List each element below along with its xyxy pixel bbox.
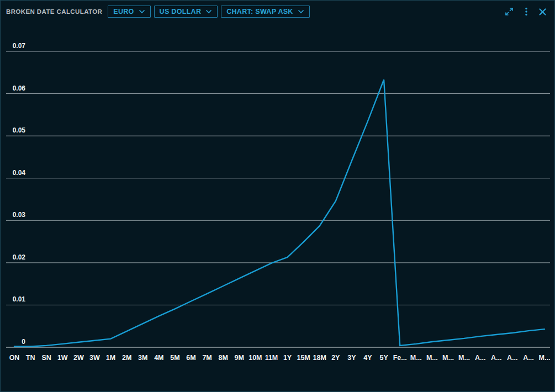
currency-2-dropdown[interactable]: US DOLLAR (154, 6, 218, 18)
x-axis-tick-label: 15M (297, 354, 310, 362)
x-axis-tick-label: A... (475, 354, 485, 362)
y-axis-tick-label: 0.01 (13, 295, 26, 303)
x-axis-tick-label: 3M (138, 354, 147, 362)
window-controls (503, 6, 548, 18)
x-axis-tick-label: A... (507, 354, 517, 362)
x-axis-tick-label: 5M (170, 354, 179, 362)
x-axis-tick-label: M... (458, 354, 470, 362)
currency-1-dropdown[interactable]: EURO (108, 6, 150, 18)
expand-button[interactable] (503, 6, 515, 18)
chart-type-dropdown[interactable]: CHART: SWAP ASK (221, 6, 309, 18)
y-axis-tick-label: 0.07 (13, 42, 26, 50)
x-axis-tick-label: 4M (154, 354, 163, 362)
x-axis-tick-label: 1Y (283, 354, 292, 362)
x-axis-tick-label: 5Y (379, 354, 388, 362)
chevron-down-icon (298, 9, 304, 14)
x-axis-tick-label: Fe... (393, 354, 407, 362)
x-axis-tick-label: SN (41, 354, 51, 362)
x-axis-tick-label: TN (26, 354, 35, 362)
swap-curve-chart: 00.010.020.030.040.050.060.07ONTNSN1W2W3… (1, 1, 555, 392)
x-axis-tick-label: 11M (265, 354, 278, 362)
currency-2-dropdown-label: US DOLLAR (160, 8, 202, 15)
y-axis-tick-label: 0.06 (13, 84, 26, 92)
chevron-down-icon (139, 9, 145, 14)
x-axis-tick-label: 2Y (331, 354, 340, 362)
page-title: BROKEN DATE CALCULATOR (6, 8, 102, 15)
x-axis-tick-label: 6M (186, 354, 195, 362)
y-axis-tick-label: 0.04 (13, 169, 26, 177)
x-axis-tick-label: 1M (106, 354, 115, 362)
x-axis-tick-label: 4Y (363, 354, 372, 362)
x-axis-tick-label: M... (539, 354, 551, 362)
x-axis-tick-label: 10M (249, 354, 262, 362)
x-axis-tick-label: M... (442, 354, 454, 362)
header: BROKEN DATE CALCULATOR EURO US DOLLAR CH… (1, 1, 554, 23)
x-axis-tick-label: M... (410, 354, 422, 362)
swap-ask-series-line (14, 80, 545, 346)
x-axis-tick-label: 2W (73, 354, 84, 362)
currency-1-dropdown-label: EURO (113, 8, 134, 15)
kebab-menu-icon (525, 7, 528, 17)
x-axis-tick-label: ON (9, 354, 20, 362)
x-axis-tick-label: 2M (122, 354, 131, 362)
y-axis-tick-label: 0.03 (13, 211, 26, 219)
x-axis-tick-label: 3Y (347, 354, 356, 362)
x-axis-tick-label: A... (491, 354, 501, 362)
x-axis-tick-label: 7M (202, 354, 212, 362)
y-axis-tick-label: 0 (22, 338, 25, 346)
x-axis-tick-label: A... (523, 354, 533, 362)
x-axis-tick-label: M... (426, 354, 438, 362)
close-icon (538, 8, 547, 16)
x-axis-tick-label: 9M (235, 354, 244, 362)
x-axis-tick-label: 1W (57, 354, 68, 362)
close-button[interactable] (537, 7, 548, 17)
more-options-button[interactable] (524, 6, 529, 18)
chart-type-dropdown-label: CHART: SWAP ASK (226, 8, 293, 15)
broken-date-calculator-window: 00.010.020.030.040.050.060.07ONTNSN1W2W3… (0, 0, 555, 392)
expand-icon (504, 7, 514, 17)
x-axis-tick-label: 18M (313, 354, 326, 362)
y-axis-tick-label: 0.05 (13, 126, 26, 134)
x-axis-tick-label: 8M (218, 354, 228, 362)
y-axis-tick-label: 0.02 (13, 253, 26, 261)
x-axis-tick-label: 3W (89, 354, 100, 362)
chevron-down-icon (205, 9, 212, 14)
